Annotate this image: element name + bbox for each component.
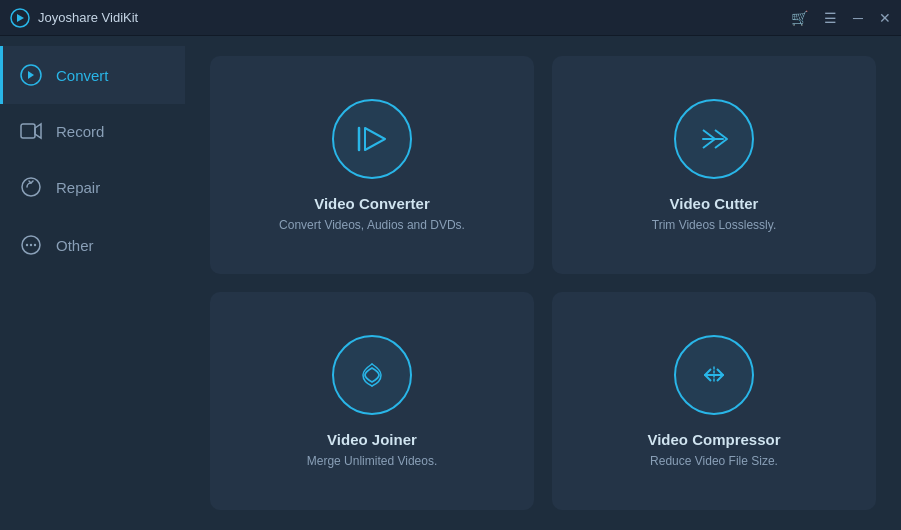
video-compressor-title: Video Compressor bbox=[647, 431, 780, 448]
svg-point-7 bbox=[34, 244, 36, 246]
video-compressor-icon bbox=[693, 354, 735, 396]
sidebar: Convert Record Repair bbox=[0, 36, 185, 530]
tool-card-video-joiner[interactable]: Video Joiner Merge Unlimited Videos. bbox=[210, 292, 534, 510]
close-icon[interactable]: ✕ bbox=[879, 10, 891, 26]
tool-card-video-converter[interactable]: Video Converter Convert Videos, Audios a… bbox=[210, 56, 534, 274]
repair-icon bbox=[20, 176, 44, 198]
svg-point-6 bbox=[30, 244, 32, 246]
minimize-icon[interactable]: ─ bbox=[853, 10, 863, 26]
sidebar-item-convert-label: Convert bbox=[56, 67, 109, 84]
video-cutter-icon bbox=[693, 118, 735, 160]
sidebar-item-other[interactable]: Other bbox=[0, 216, 185, 274]
video-joiner-icon bbox=[351, 354, 393, 396]
sidebar-item-record[interactable]: Record bbox=[0, 104, 185, 158]
video-joiner-icon-wrap bbox=[332, 335, 412, 415]
title-bar-controls: 🛒 ☰ ─ ✕ bbox=[791, 10, 891, 26]
menu-icon[interactable]: ☰ bbox=[824, 10, 837, 26]
app-title: Joyoshare VidiKit bbox=[38, 10, 138, 25]
video-cutter-desc: Trim Videos Losslessly. bbox=[652, 218, 776, 232]
content-area: Video Converter Convert Videos, Audios a… bbox=[185, 36, 901, 530]
tool-card-video-compressor[interactable]: Video Compressor Reduce Video File Size. bbox=[552, 292, 876, 510]
svg-marker-8 bbox=[365, 128, 385, 150]
video-cutter-title: Video Cutter bbox=[670, 195, 759, 212]
video-converter-icon bbox=[351, 118, 393, 160]
other-icon bbox=[20, 234, 44, 256]
main-layout: Convert Record Repair bbox=[0, 36, 901, 530]
video-compressor-desc: Reduce Video File Size. bbox=[650, 454, 778, 468]
app-logo bbox=[10, 8, 30, 28]
tool-card-video-cutter[interactable]: Video Cutter Trim Videos Losslessly. bbox=[552, 56, 876, 274]
video-joiner-desc: Merge Unlimited Videos. bbox=[307, 454, 438, 468]
sidebar-item-record-label: Record bbox=[56, 123, 104, 140]
record-icon bbox=[20, 122, 44, 140]
sidebar-item-repair-label: Repair bbox=[56, 179, 100, 196]
video-converter-title: Video Converter bbox=[314, 195, 430, 212]
convert-icon bbox=[20, 64, 44, 86]
cart-icon[interactable]: 🛒 bbox=[791, 10, 808, 26]
sidebar-item-convert[interactable]: Convert bbox=[0, 46, 185, 104]
svg-rect-2 bbox=[21, 124, 35, 138]
svg-point-3 bbox=[22, 178, 40, 196]
video-joiner-title: Video Joiner bbox=[327, 431, 417, 448]
video-compressor-icon-wrap bbox=[674, 335, 754, 415]
sidebar-item-repair[interactable]: Repair bbox=[0, 158, 185, 216]
video-converter-icon-wrap bbox=[332, 99, 412, 179]
video-cutter-icon-wrap bbox=[674, 99, 754, 179]
svg-point-5 bbox=[26, 244, 28, 246]
video-converter-desc: Convert Videos, Audios and DVDs. bbox=[279, 218, 465, 232]
title-bar-left: Joyoshare VidiKit bbox=[10, 8, 138, 28]
sidebar-item-other-label: Other bbox=[56, 237, 94, 254]
title-bar: Joyoshare VidiKit 🛒 ☰ ─ ✕ bbox=[0, 0, 901, 36]
